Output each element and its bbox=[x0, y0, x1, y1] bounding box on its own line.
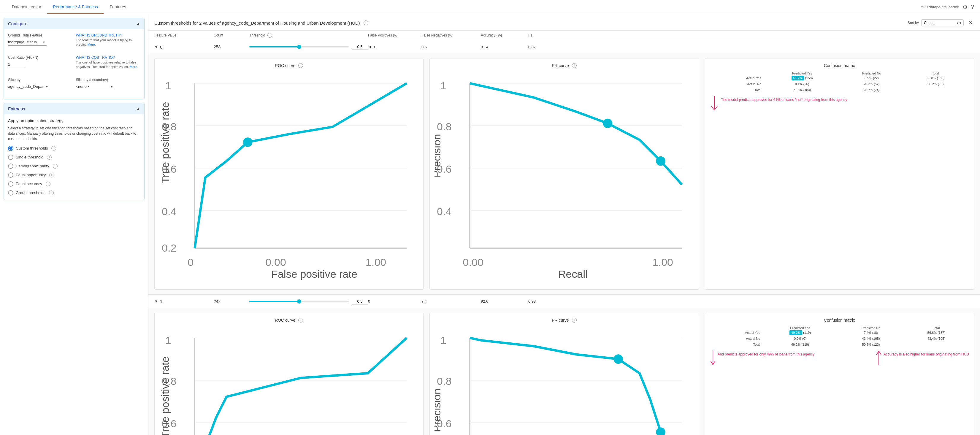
slice-0-chevron[interactable]: ▼ bbox=[154, 45, 158, 49]
settings-icon[interactable]: ⚙ bbox=[963, 4, 967, 10]
slice-by-label: Slice by bbox=[8, 78, 72, 82]
cost-ratio-help-link[interactable]: WHAT IS COST RATIO? bbox=[76, 56, 140, 60]
svg-text:1: 1 bbox=[165, 334, 171, 346]
tab-datapoint-editor[interactable]: Datapoint editor bbox=[6, 0, 47, 14]
slice-1-row: ▼ 1 242 0 7.4 92.6 0.93 bbox=[148, 295, 980, 308]
strategy-equal-accuracy[interactable]: Equal accuracy i bbox=[8, 181, 140, 187]
col-false-positives: False Positives (%) bbox=[368, 33, 422, 37]
right-panel: Custom thresholds for 2 values of agency… bbox=[148, 14, 980, 435]
slice-1-down-arrow-icon bbox=[710, 351, 716, 365]
strategy-custom-info-icon[interactable]: i bbox=[51, 146, 56, 151]
slice-0-pr-info-icon[interactable]: i bbox=[572, 63, 577, 68]
slice-1-chevron[interactable]: ▼ bbox=[154, 299, 158, 303]
close-button[interactable]: ✕ bbox=[967, 18, 974, 27]
slice-1-annotations: And predicts approved for only 49% of lo… bbox=[710, 351, 969, 365]
slice-1-slider-track[interactable] bbox=[249, 301, 349, 302]
svg-line-74 bbox=[879, 351, 881, 355]
slice-0-slider-track[interactable] bbox=[249, 46, 349, 48]
strategy-group[interactable]: Group thresholds i bbox=[8, 190, 140, 195]
slice-1-tp: 49.2% (119) bbox=[762, 330, 838, 336]
strategy-single-info-icon[interactable]: i bbox=[47, 155, 52, 160]
strategy-custom-radio[interactable] bbox=[8, 146, 13, 151]
svg-text:Precision: Precision bbox=[434, 388, 443, 432]
slice-1-cm-chart: Confusion matrix Predicted Yes Predicted… bbox=[705, 313, 974, 435]
sort-select[interactable]: Count Threshold False Positives (%) Fals… bbox=[921, 19, 964, 26]
tab-features[interactable]: Features bbox=[104, 0, 132, 14]
slice-1-tn: 43.4% (105) bbox=[838, 336, 904, 341]
svg-text:Recall: Recall bbox=[558, 268, 588, 280]
fairness-collapse-icon[interactable]: ▲ bbox=[136, 106, 140, 111]
slice-1-roc-info-icon[interactable]: i bbox=[298, 318, 303, 322]
fairness-header[interactable]: Fairness ▲ bbox=[4, 103, 144, 114]
svg-line-71 bbox=[713, 361, 715, 365]
slice-0-slider-thumb[interactable] bbox=[297, 45, 301, 49]
slice-1-container: ▼ 1 242 0 7.4 92.6 0.93 bbox=[148, 295, 980, 435]
ground-truth-help-link[interactable]: WHAT IS GROUND TRUTH? bbox=[76, 33, 140, 37]
slice-0-threshold-input[interactable] bbox=[352, 44, 368, 50]
cost-ratio-more-link[interactable]: More. bbox=[130, 65, 138, 68]
slice-0-accuracy: 81.4 bbox=[481, 45, 528, 49]
slice-1-cm-pred-no-header: Predicted No bbox=[838, 326, 904, 330]
ground-truth-select[interactable]: mortgage_status bbox=[8, 38, 46, 46]
slice-0-roc-info-icon[interactable]: i bbox=[298, 63, 303, 68]
strategy-demographic[interactable]: Demographic parity i bbox=[8, 164, 140, 169]
slice-0-fp: 0.1% (26) bbox=[763, 81, 841, 87]
slice-0-roc-svg: 1 0.8 0.6 0.4 0.2 0 0.00 1.00 True posit… bbox=[159, 71, 418, 284]
fairness-title: Fairness bbox=[8, 106, 25, 111]
strategy-equal-accuracy-info-icon[interactable]: i bbox=[46, 182, 51, 186]
slice-1-pr-title: PR curve i bbox=[434, 318, 694, 322]
slice-1-annotation1-text: And predicts approved for only 49% of lo… bbox=[718, 352, 815, 357]
ground-truth-more-link[interactable]: More. bbox=[88, 43, 96, 46]
slice-0-annotation-container: The model predicts approved for 61% of l… bbox=[710, 96, 969, 111]
strategy-single-label: Single threshold bbox=[16, 155, 43, 159]
tab-performance-fairness[interactable]: Performance & Fairness bbox=[47, 0, 104, 14]
configure-title: Configure bbox=[8, 21, 27, 26]
slice-1-cm-total-header: Total bbox=[904, 326, 969, 330]
svg-point-67 bbox=[614, 354, 623, 364]
strategy-group-radio[interactable] bbox=[8, 190, 13, 195]
svg-line-34 bbox=[711, 106, 714, 110]
slice-1-threshold-container bbox=[249, 298, 368, 305]
slice-1-pr-info-icon[interactable]: i bbox=[572, 318, 577, 322]
fairness-body: Apply an optimization strategy Select a … bbox=[4, 114, 144, 200]
sort-by-label: Sort by bbox=[908, 21, 919, 25]
strategy-single-radio[interactable] bbox=[8, 155, 13, 160]
slice-by-select[interactable]: agency_code_Depar bbox=[8, 83, 49, 90]
help-icon[interactable]: ? bbox=[971, 4, 974, 10]
slice-1-slider-thumb[interactable] bbox=[297, 299, 301, 303]
cm-total-header: Total bbox=[902, 71, 969, 75]
slice-1-slider-fill bbox=[249, 301, 299, 302]
svg-text:Precision: Precision bbox=[434, 134, 443, 178]
strategy-demographic-info-icon[interactable]: i bbox=[53, 164, 57, 168]
cost-ratio-input[interactable] bbox=[8, 61, 26, 68]
configure-collapse-icon[interactable]: ▲ bbox=[136, 21, 140, 26]
slice-0-slider-fill bbox=[249, 46, 299, 48]
col-count: Count bbox=[214, 33, 249, 37]
slice-0-pr-svg: 1 0.8 0.6 0.4 0.00 1.00 Precision Recall bbox=[434, 71, 694, 284]
strategy-demographic-radio[interactable] bbox=[8, 164, 13, 169]
strategy-equal-accuracy-radio[interactable] bbox=[8, 181, 13, 187]
configure-header[interactable]: Configure ▲ bbox=[4, 18, 144, 29]
strategy-equal-opportunity-radio[interactable] bbox=[8, 172, 13, 178]
slice-1-cm-actual-no-label: Actual No bbox=[710, 336, 762, 341]
slice-1-total-pred-yes: 49.2% (119) bbox=[762, 341, 838, 348]
cm-pred-no-header: Predicted No bbox=[841, 71, 902, 75]
slice-1-threshold-input[interactable] bbox=[352, 298, 368, 305]
strategy-custom[interactable]: Custom thresholds i bbox=[8, 146, 140, 151]
main-title-info-icon[interactable]: i bbox=[364, 21, 368, 25]
configure-body: Ground Truth Feature mortgage_status ▼ W… bbox=[4, 29, 144, 99]
strategy-group-info-icon[interactable]: i bbox=[49, 191, 54, 195]
svg-text:0.2: 0.2 bbox=[162, 242, 177, 254]
slice-by-secondary-select[interactable]: <none> bbox=[76, 83, 115, 90]
strategy-equal-opportunity-info-icon[interactable]: i bbox=[49, 173, 54, 178]
slice-0-pr-chart: PR curve i 1 0.8 0.6 bbox=[430, 58, 698, 290]
strategy-single[interactable]: Single threshold i bbox=[8, 155, 140, 160]
strategy-equal-opportunity[interactable]: Equal opportunity i bbox=[8, 172, 140, 178]
threshold-col-info-icon[interactable]: i bbox=[267, 33, 272, 38]
svg-text:1: 1 bbox=[441, 80, 446, 92]
slice-1-cm-total-row-label: Total bbox=[710, 341, 762, 348]
slice-0-total-pred-no: 28.7% (74) bbox=[841, 87, 902, 93]
svg-point-68 bbox=[656, 427, 666, 435]
ground-truth-row: Ground Truth Feature mortgage_status ▼ bbox=[8, 33, 72, 47]
svg-text:1: 1 bbox=[165, 80, 171, 92]
